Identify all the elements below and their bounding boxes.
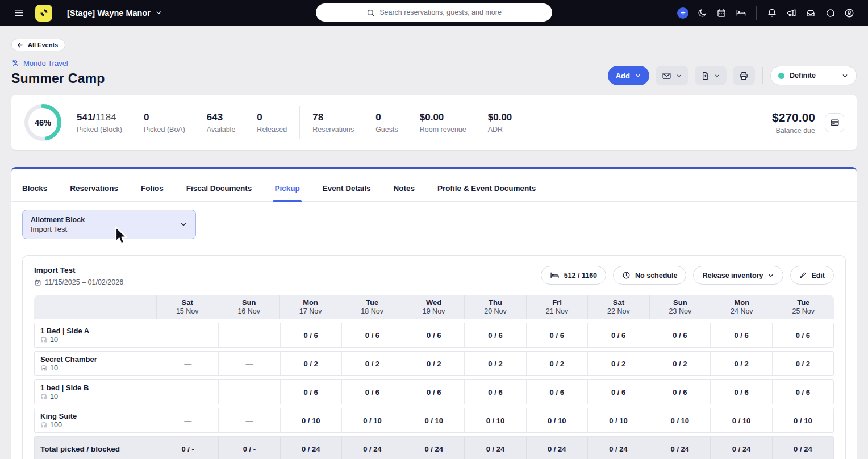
allotment-block-select[interactable]: Allotment Block Import Test xyxy=(22,210,196,239)
stat-label: Guests xyxy=(375,126,398,133)
total-row: Total picked / blocked0 / -0 / -0 / 240 … xyxy=(34,436,834,459)
pickup-cell: 0 / 6 xyxy=(587,323,649,347)
pickup-cell: 0 / 2 xyxy=(772,352,833,375)
room-capacity-icon xyxy=(40,365,47,372)
documents-button[interactable] xyxy=(695,66,727,85)
stats-group-reservations: 78Reservations0Guests$0.00Room revenue$0… xyxy=(312,112,512,133)
document-icon xyxy=(701,72,710,80)
app-logo[interactable] xyxy=(35,5,52,22)
room-column-header xyxy=(34,295,156,319)
total-label: Total picked / blocked xyxy=(35,437,157,459)
balance-due: $270.00 Balance due xyxy=(772,111,815,135)
moon-icon[interactable] xyxy=(694,5,711,22)
credit-card-icon xyxy=(830,118,840,127)
room-capacity-icon xyxy=(40,393,47,400)
day-name: Sun xyxy=(242,298,256,307)
day-date: 18 Nov xyxy=(361,307,383,316)
stat-item-guests: 0Guests xyxy=(375,112,398,133)
megaphone-icon[interactable] xyxy=(783,5,800,22)
stat-value: 78 xyxy=(312,112,354,123)
pickup-cell: 0 / - xyxy=(218,437,279,459)
pickup-cell: 0 / 2 xyxy=(526,352,587,375)
day-name: Mon xyxy=(303,298,318,307)
room-row-king-suite: King Suite100——0 / 100 / 100 / 100 / 100… xyxy=(34,408,834,433)
tab-fiscal-documents[interactable]: Fiscal Documents xyxy=(186,184,252,201)
all-events-back-button[interactable]: All Events xyxy=(11,39,65,51)
room-label: 1 bed | Side B10 xyxy=(35,380,157,404)
stat-value: $0.00 xyxy=(488,112,512,123)
pickup-cell: — xyxy=(218,352,279,375)
bell-icon[interactable] xyxy=(763,5,781,22)
pickup-cell: 0 / 6 xyxy=(341,323,403,347)
printer-icon xyxy=(739,71,749,81)
room-capacity-icon xyxy=(40,336,47,343)
day-column-header: Sun23 Nov xyxy=(649,295,711,319)
block-info: Import Test 11/15/2025 – 01/02/2026 xyxy=(34,266,123,286)
agency-link[interactable]: Mondo Travel xyxy=(11,59,105,68)
plus-icon xyxy=(677,7,688,19)
tab-reservations[interactable]: Reservations xyxy=(70,184,118,201)
edit-button[interactable]: Edit xyxy=(790,266,834,285)
pickup-cell: 0 / 6 xyxy=(710,380,771,404)
menu-icon[interactable] xyxy=(10,5,27,22)
occupancy-percentage: 46% xyxy=(24,103,62,141)
status-select[interactable]: Definite xyxy=(770,66,857,85)
chevron-down-icon xyxy=(714,73,720,79)
inbox-icon[interactable] xyxy=(802,5,819,22)
tab-profile-event-documents[interactable]: Profile & Event Documents xyxy=(437,184,536,201)
status-label: Definite xyxy=(790,72,816,80)
release-inventory-button[interactable]: Release inventory xyxy=(693,266,783,285)
room-capacity: 10 xyxy=(40,336,58,344)
schedule-badge[interactable]: No schedule xyxy=(613,266,686,285)
day-column-header: Sat22 Nov xyxy=(587,295,649,319)
stat-value: 541/1184 xyxy=(77,112,122,123)
pickup-cell: 0 / 10 xyxy=(280,408,341,432)
tab-folios[interactable]: Folios xyxy=(141,184,164,201)
stats-divider xyxy=(299,106,300,139)
stat-label: ADR xyxy=(488,126,512,133)
pickup-cell: 0 / 6 xyxy=(526,323,587,347)
email-button[interactable] xyxy=(656,66,688,85)
bed-icon[interactable] xyxy=(732,5,749,22)
day-column-header: Sun16 Nov xyxy=(218,295,279,319)
stat-value: 0 xyxy=(257,112,287,123)
tab-pickup[interactable]: Pickup xyxy=(274,184,299,201)
day-date: 21 Nov xyxy=(546,307,569,316)
event-detail-panel: BlocksReservationsFoliosFiscal Documents… xyxy=(11,167,857,459)
pickup-cell: — xyxy=(157,352,218,375)
day-column-header: Wed19 Nov xyxy=(403,295,464,319)
search-input[interactable]: Search reservations, guests, and more xyxy=(316,3,552,22)
account-icon[interactable] xyxy=(841,5,858,22)
pickup-cell: 0 / 24 xyxy=(772,437,833,459)
tab-bar: BlocksReservationsFoliosFiscal Documents… xyxy=(11,169,857,202)
add-button[interactable]: Add xyxy=(608,66,649,85)
print-button[interactable] xyxy=(733,66,755,85)
room-name: Secret Chamber xyxy=(40,355,97,364)
property-switcher[interactable]: [Stage] Wayne Manor xyxy=(67,9,162,18)
block-occupancy-badge[interactable]: 512 / 1160 xyxy=(541,266,606,285)
room-row-1-bed-side-b: 1 bed | Side B10——0 / 60 / 60 / 60 / 60 … xyxy=(34,379,834,404)
pickup-cell: 0 / 24 xyxy=(280,437,341,459)
pickup-cell: 0 / 6 xyxy=(587,380,649,404)
tab-event-details[interactable]: Event Details xyxy=(323,184,371,201)
room-label: King Suite100 xyxy=(35,408,157,432)
pickup-cell: 0 / 24 xyxy=(649,437,710,459)
pickup-cell: 0 / 10 xyxy=(341,408,403,432)
room-row-1-bed-side-a: 1 Bed | Side A10——0 / 60 / 60 / 60 / 60 … xyxy=(34,323,834,348)
header-divider xyxy=(762,67,763,84)
pickup-cell: — xyxy=(157,380,218,404)
calendar-icon[interactable] xyxy=(713,5,730,22)
stat-label: Reservations xyxy=(312,126,354,133)
tab-notes[interactable]: Notes xyxy=(393,184,415,201)
chat-icon[interactable] xyxy=(821,5,838,22)
tab-blocks[interactable]: Blocks xyxy=(22,184,47,201)
search-placeholder: Search reservations, guests, and more xyxy=(379,9,502,16)
payment-button[interactable] xyxy=(825,113,844,132)
quick-add-button[interactable] xyxy=(674,5,691,22)
stat-item-picked-boa: 0Picked (BoA) xyxy=(144,112,185,133)
block-name: Import Test xyxy=(34,266,123,274)
pickup-cell: 0 / 6 xyxy=(772,323,833,347)
day-name: Fri xyxy=(552,298,562,307)
pickup-cell: 0 / - xyxy=(157,437,218,459)
pickup-table: Sat15 NovSun16 NovMon17 NovTue18 NovWed1… xyxy=(34,295,834,459)
